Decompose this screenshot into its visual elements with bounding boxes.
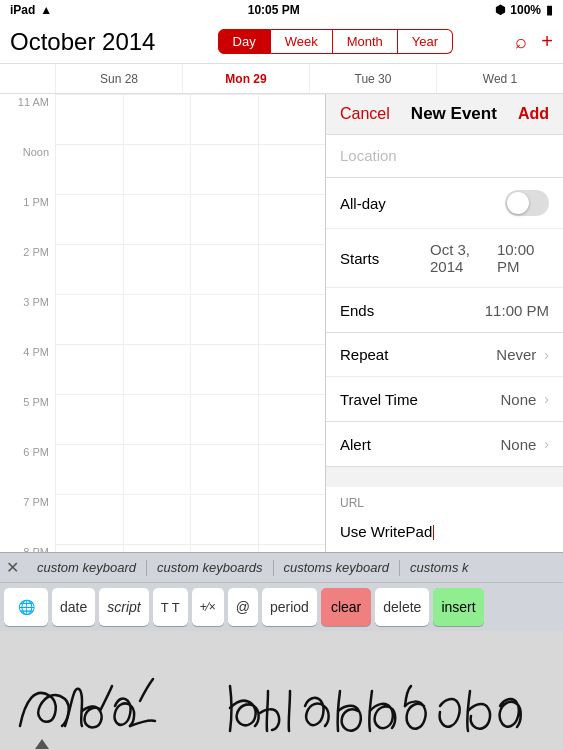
cell-sun-1pm[interactable] (55, 195, 123, 244)
cell-tue-3pm[interactable] (190, 295, 258, 344)
time-display: 10:05 PM (248, 3, 300, 17)
alert-group: Alert None › (326, 422, 563, 467)
cell-wed-3pm[interactable] (258, 295, 326, 344)
notes-row[interactable]: Use WritePad (326, 511, 563, 552)
keyboard-bar: ✕ custom keyboard custom keyboards custo… (0, 552, 563, 750)
time-row-noon: Noon (0, 144, 325, 194)
at-button[interactable]: @ (228, 588, 258, 626)
cell-sun-7pm[interactable] (55, 495, 123, 544)
cell-mon-5pm[interactable] (123, 395, 191, 444)
search-icon[interactable]: ⌕ (515, 30, 527, 53)
cell-sun-8pm[interactable] (55, 545, 123, 552)
cell-wed-1pm[interactable] (258, 195, 326, 244)
cell-wed-2pm[interactable] (258, 245, 326, 294)
starts-row[interactable]: Starts Oct 3, 2014 10:00 PM (326, 229, 563, 288)
cell-sun-noon[interactable] (55, 145, 123, 194)
cell-mon-4pm[interactable] (123, 345, 191, 394)
cell-mon-noon[interactable] (123, 145, 191, 194)
cell-wed-noon[interactable] (258, 145, 326, 194)
cell-tue-noon[interactable] (190, 145, 258, 194)
cell-sun-3pm[interactable] (55, 295, 123, 344)
time-label-5pm: 5 PM (0, 394, 55, 408)
cell-tue-5pm[interactable] (190, 395, 258, 444)
suggestion-3[interactable]: customs k (400, 560, 479, 575)
alert-row[interactable]: Alert None › (326, 422, 563, 466)
day-name-tue: Tue 30 (355, 72, 392, 86)
cell-sun-6pm[interactable] (55, 445, 123, 494)
delete-button[interactable]: delete (375, 588, 429, 626)
bluetooth-icon: ⬢ (495, 3, 505, 17)
cell-mon-6pm[interactable] (123, 445, 191, 494)
cell-tue-7pm[interactable] (190, 495, 258, 544)
cell-tue-8pm[interactable] (190, 545, 258, 552)
view-day-button[interactable]: Day (218, 29, 271, 54)
repeat-row[interactable]: Repeat Never › (326, 333, 563, 377)
day-col-mon[interactable]: Mon 29 (182, 64, 309, 93)
travel-time-value: None › (500, 391, 549, 408)
cell-tue-6pm[interactable] (190, 445, 258, 494)
cell-mon-8pm[interactable] (123, 545, 191, 552)
insert-button[interactable]: insert (433, 588, 483, 626)
day-col-sun[interactable]: Sun 28 (55, 64, 182, 93)
period-button[interactable]: period (262, 588, 317, 626)
day-col-tue[interactable]: Tue 30 (309, 64, 436, 93)
location-field[interactable]: Location (326, 135, 563, 178)
time-cells-3pm (55, 294, 325, 344)
toggle-knob (507, 192, 529, 214)
allday-label: All-day (340, 195, 430, 212)
ends-row[interactable]: Ends 11:00 PM (326, 288, 563, 332)
repeat-chevron: › (544, 347, 549, 363)
cell-mon-11am[interactable] (123, 95, 191, 144)
event-panel-header: Cancel New Event Add (326, 94, 563, 135)
date-button[interactable]: date (52, 588, 95, 626)
time-row-5pm: 5 PM (0, 394, 325, 444)
carrier-label: iPad (10, 3, 35, 17)
allday-toggle[interactable] (505, 190, 549, 216)
battery-label: 100% (510, 3, 541, 17)
script-button[interactable]: script (99, 588, 148, 626)
suggestion-1[interactable]: custom keyboards (147, 560, 273, 575)
cell-sun-4pm[interactable] (55, 345, 123, 394)
time-row-4pm: 4 PM (0, 344, 325, 394)
tt-button[interactable]: T T (153, 588, 188, 626)
clear-button[interactable]: clear (321, 588, 371, 626)
cell-wed-4pm[interactable] (258, 345, 326, 394)
cell-wed-11am[interactable] (258, 95, 326, 144)
cell-wed-6pm[interactable] (258, 445, 326, 494)
view-month-button[interactable]: Month (333, 29, 398, 54)
cancel-button[interactable]: Cancel (340, 105, 390, 123)
suggestion-2[interactable]: customs keyboard (274, 560, 400, 575)
cell-mon-2pm[interactable] (123, 245, 191, 294)
cell-mon-3pm[interactable] (123, 295, 191, 344)
globe-button[interactable]: 🌐 (4, 588, 48, 626)
cell-tue-4pm[interactable] (190, 345, 258, 394)
time-label-6pm: 6 PM (0, 444, 55, 458)
plusx-button[interactable]: +∕× (192, 588, 224, 626)
cell-sun-2pm[interactable] (55, 245, 123, 294)
status-left: iPad ▲ (10, 3, 52, 17)
cell-wed-8pm[interactable] (258, 545, 326, 552)
travel-time-row[interactable]: Travel Time None › (326, 377, 563, 421)
alert-chevron: › (544, 436, 549, 452)
cell-tue-11am[interactable] (190, 95, 258, 144)
cell-wed-5pm[interactable] (258, 395, 326, 444)
add-button[interactable]: Add (518, 105, 549, 123)
add-event-icon[interactable]: + (541, 30, 553, 53)
cell-tue-2pm[interactable] (190, 245, 258, 294)
view-year-button[interactable]: Year (398, 29, 453, 54)
calendar-title: October 2014 (10, 28, 155, 56)
time-cells-1pm (55, 194, 325, 244)
time-label-8pm: 8 PM (0, 544, 55, 552)
view-week-button[interactable]: Week (271, 29, 333, 54)
day-col-wed[interactable]: Wed 1 (436, 64, 563, 93)
suggestion-0[interactable]: custom keyboard (27, 560, 146, 575)
cell-wed-7pm[interactable] (258, 495, 326, 544)
cell-sun-5pm[interactable] (55, 395, 123, 444)
keyboard-close-button[interactable]: ✕ (6, 558, 19, 577)
cell-tue-1pm[interactable] (190, 195, 258, 244)
cell-mon-1pm[interactable] (123, 195, 191, 244)
cell-sun-11am[interactable] (55, 95, 123, 144)
cell-mon-7pm[interactable] (123, 495, 191, 544)
text-cursor (433, 525, 434, 540)
handwriting-area[interactable] (0, 631, 563, 750)
